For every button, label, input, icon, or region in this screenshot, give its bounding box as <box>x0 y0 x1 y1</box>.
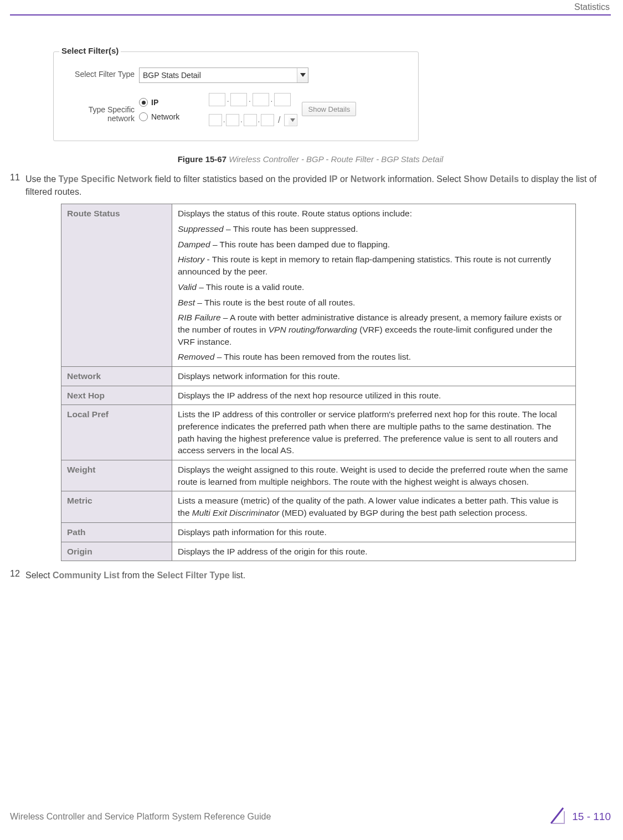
table-row: OriginDisplays the IP address of the ori… <box>61 542 576 561</box>
table-row: Next HopDisplays the IP address of the n… <box>61 386 576 405</box>
svg-marker-0 <box>300 73 306 77</box>
text: Select <box>25 571 53 580</box>
figure-caption: Figure 15-67 Wireless Controller - BGP -… <box>10 154 611 164</box>
table-key: Path <box>61 522 172 542</box>
chevron-down-icon <box>289 115 296 125</box>
text: Use the <box>25 174 59 184</box>
ui-term: IP <box>329 174 337 184</box>
text: from the <box>122 571 157 580</box>
definitions-table: Route StatusDisplays the status of this … <box>61 204 576 561</box>
table-key: Local Pref <box>61 405 172 460</box>
top-divider <box>10 14 611 15</box>
chevron-down-icon <box>297 68 308 82</box>
ui-term: Network <box>351 174 385 184</box>
svg-marker-1 <box>290 118 295 122</box>
table-key: Next Hop <box>61 386 172 405</box>
net-octet-input[interactable] <box>226 114 239 126</box>
table-key: Origin <box>61 542 172 561</box>
filter-panel: Select Filter(s) Select Filter Type BGP … <box>53 51 419 141</box>
select-filters-fieldset: Select Filter(s) Select Filter Type BGP … <box>53 51 419 141</box>
table-row: NetworkDisplays network information for … <box>61 366 576 386</box>
table-value: Displays the IP address of the origin fo… <box>172 542 576 561</box>
radio-network-option[interactable]: Network <box>139 112 204 121</box>
page-footer: Wireless Controller and Service Platform… <box>10 807 611 827</box>
filter-type-value: BGP Stats Detail <box>143 71 201 80</box>
table-value: Displays the status of this route. Route… <box>172 204 576 367</box>
radio-icon <box>139 112 148 121</box>
ip-input-group: . . . <box>209 93 297 106</box>
show-details-button[interactable]: Show Details <box>302 102 356 116</box>
table-value: Displays the weight assigned to this rou… <box>172 460 576 491</box>
cidr-select[interactable] <box>284 114 297 126</box>
table-row: Route StatusDisplays the status of this … <box>61 204 576 367</box>
ip-octet-input[interactable] <box>274 93 291 106</box>
text: information. Select <box>388 174 464 184</box>
ip-octet-input[interactable] <box>230 93 247 106</box>
step-12: 12 Select Community List from the Select… <box>10 569 611 582</box>
table-row: PathDisplays path information for this r… <box>61 522 576 542</box>
table-value: Displays network information for this ro… <box>172 366 576 386</box>
table-value: Displays path information for this route… <box>172 522 576 542</box>
header-section: Statistics <box>574 2 610 12</box>
svg-line-2 <box>551 808 563 823</box>
footer-guide-title: Wireless Controller and Service Platform… <box>10 812 271 822</box>
table-key: Network <box>61 366 172 386</box>
text: or <box>340 174 351 184</box>
table-key: Route Status <box>61 204 172 367</box>
cidr-slash: / <box>278 115 280 125</box>
radio-ip-label: IP <box>151 98 158 107</box>
table-key: Weight <box>61 460 172 491</box>
fieldset-legend: Select Filter(s) <box>59 46 121 55</box>
table-value: Displays the IP address of the next hop … <box>172 386 576 405</box>
filter-type-select[interactable]: BGP Stats Detail <box>139 68 308 83</box>
ui-term: Type Specific Network <box>59 174 153 184</box>
table-value: Lists the IP address of this controller … <box>172 405 576 460</box>
ip-octet-input[interactable] <box>253 93 269 106</box>
radio-network-label: Network <box>151 112 179 121</box>
radio-ip-option[interactable]: IP <box>139 98 204 107</box>
type-specific-label: Type Specific network <box>61 95 135 123</box>
ip-octet-input[interactable] <box>209 93 225 106</box>
table-row: Local PrefLists the IP address of this c… <box>61 405 576 460</box>
net-octet-input[interactable] <box>209 114 222 126</box>
text: field to filter statistics based on the … <box>155 174 329 184</box>
figure-title: Wireless Controller - BGP - Route Filter… <box>229 154 443 164</box>
page-number: 15 - 110 <box>572 811 611 823</box>
ui-term: Select Filter Type <box>157 571 229 580</box>
footer-slash-icon <box>548 807 567 827</box>
table-row: WeightDisplays the weight assigned to th… <box>61 460 576 491</box>
table-value: Lists a measure (metric) of the quality … <box>172 491 576 522</box>
ui-term: Show Details <box>464 174 519 184</box>
figure-number: Figure 15-67 <box>178 154 226 164</box>
net-octet-input[interactable] <box>261 114 274 126</box>
ui-term: Community List <box>53 571 120 580</box>
table-key: Metric <box>61 491 172 522</box>
text: list. <box>232 571 245 580</box>
step-number: 12 <box>10 569 25 582</box>
step-11: 11 Use the Type Specific Network field t… <box>10 173 611 198</box>
net-octet-input[interactable] <box>244 114 257 126</box>
step-number: 11 <box>10 173 25 198</box>
type-radio-group: IP Network <box>139 97 204 121</box>
table-row: MetricLists a measure (metric) of the qu… <box>61 491 576 522</box>
radio-icon <box>139 98 148 107</box>
network-input-group: . . . <box>209 114 274 126</box>
filter-type-label: Select Filter Type <box>61 68 135 79</box>
